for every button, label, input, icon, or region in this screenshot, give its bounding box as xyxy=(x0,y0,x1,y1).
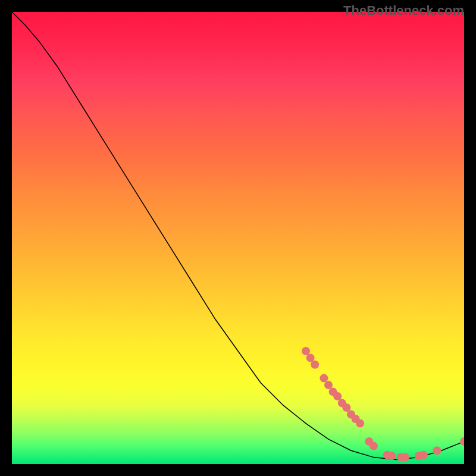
data-point xyxy=(333,392,342,400)
data-point xyxy=(324,381,333,389)
data-point xyxy=(320,374,328,383)
watermark-text: TheBottleneck.com xyxy=(343,3,464,18)
data-point xyxy=(433,446,441,455)
bottleneck-curve xyxy=(12,12,464,459)
data-point xyxy=(387,452,396,460)
data-point xyxy=(419,451,428,459)
chart-container xyxy=(12,12,464,464)
data-point xyxy=(311,361,319,369)
data-point xyxy=(342,403,350,412)
data-point xyxy=(302,347,310,355)
data-point xyxy=(460,437,464,446)
data-point xyxy=(401,453,409,462)
data-point xyxy=(306,353,315,362)
chart-svg xyxy=(12,12,464,464)
data-point xyxy=(369,442,378,450)
data-dots xyxy=(302,347,464,462)
data-point xyxy=(356,419,364,428)
